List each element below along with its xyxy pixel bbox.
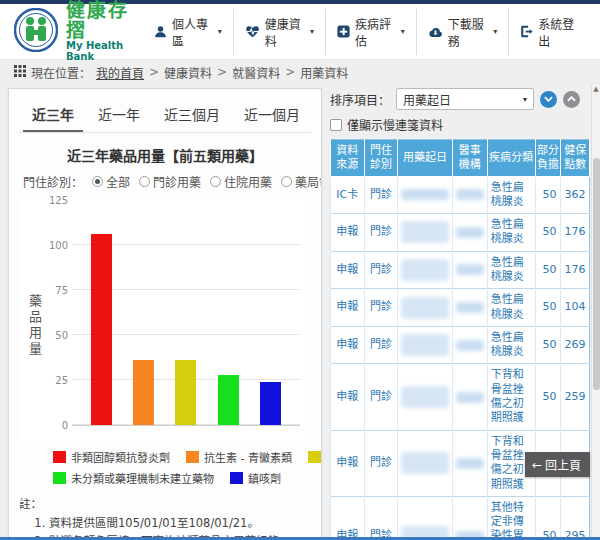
legend-item: 非類固醇類抗發炎劑 (53, 449, 170, 465)
notes-label: 註： (19, 496, 311, 513)
cell-points: 259 (561, 364, 590, 430)
sort-field-select[interactable]: 用藥起日 ▾ (396, 88, 534, 110)
cell-medical-org (452, 251, 487, 289)
tab-last-3-months[interactable]: 近三個月 (155, 99, 229, 132)
app-logo[interactable]: 健康存摺 My Health Bank (14, 1, 143, 63)
table-row[interactable]: 申報門診急性扁桃腺炎50104 (331, 289, 590, 327)
cell-visit-type: 門診 (364, 326, 398, 364)
col-disease[interactable]: 疾病分類 (487, 140, 535, 177)
tab-last-1-year[interactable]: 近一年 (89, 99, 149, 132)
radio-all[interactable]: 全部 (92, 173, 130, 190)
radio-outpatient[interactable]: 門診用藥 (139, 173, 201, 190)
col-medical-org[interactable]: 醫事機構 (452, 140, 487, 177)
sort-selected-value: 用藥起日 (403, 91, 451, 108)
cell-start-date (398, 251, 452, 289)
legend-item: 抗生素 - 青黴素類 (186, 449, 292, 465)
radio-pharmacy[interactable]: 藥局領藥 (281, 173, 322, 190)
heart-pulse-icon (245, 25, 260, 38)
caret-down-icon: ▾ (310, 27, 314, 36)
caret-down-icon: ▾ (218, 27, 222, 36)
app-header: 健康存摺 My Health Bank 個人專區 ▾ 健康資料 ▾ 疾病評估 ▾ (0, 4, 600, 60)
y-axis-label: 藥品用量 (25, 294, 44, 358)
medication-table: 資料來源 門住診別 用藥起日 醫事機構 疾病分類 部分負擔 健保點數 IC卡門診… (330, 139, 590, 540)
col-start-date[interactable]: 用藥起日 (398, 140, 452, 177)
cell-copay: 50 (535, 251, 561, 289)
bar-1[interactable] (133, 360, 154, 425)
cell-points: 295 (561, 496, 590, 540)
cloud-download-icon (428, 26, 443, 38)
scroll-up-arrow[interactable]: ▲ (592, 85, 600, 93)
main-nav: 個人專區 ▾ 健康資料 ▾ 疾病評估 ▾ 下載服務 ▾ (143, 9, 590, 55)
cell-source: 申報 (331, 364, 365, 430)
nav-label: 個人專區 (172, 15, 212, 49)
nav-health-data[interactable]: 健康資料 ▾ (233, 9, 325, 55)
table-row[interactable]: 申報門診其他特定非傳染性胃腸炎及結腸炎50295 (331, 496, 590, 540)
cell-points: 104 (561, 289, 590, 327)
nav-personal-area[interactable]: 個人專區 ▾ (143, 9, 233, 55)
cell-start-date (398, 496, 452, 540)
col-copay[interactable]: 部分負擔 (535, 140, 561, 177)
breadcrumb: 現在位置： 我的首頁 > 健康資料 > 就醫資料 > 用藥資料 (0, 60, 600, 84)
cell-disease: 下背和骨盆挫傷之初期照護 (487, 364, 535, 430)
nav-download-service[interactable]: 下載服務 ▾ (416, 9, 508, 55)
col-points[interactable]: 健保點數 (561, 140, 590, 177)
left-arrow-icon: ← (532, 458, 542, 472)
bar-chart: 藥品用量 0255075100125 (21, 200, 311, 443)
radio-inpatient[interactable]: 住院用藥 (210, 173, 272, 190)
tab-last-1-month[interactable]: 近一個月 (235, 99, 309, 132)
breadcrumb-home-link[interactable]: 我的首頁 (96, 64, 144, 81)
table-row[interactable]: 申報門診急性扁桃腺炎50176 (331, 214, 590, 252)
back-button[interactable]: ← 回上頁 (525, 452, 590, 477)
breadcrumb-item[interactable]: 健康資料 (164, 64, 212, 81)
legend-swatch (186, 451, 199, 463)
nav-logout[interactable]: 系統登出 (508, 9, 590, 55)
cell-visit-type: 門診 (364, 364, 398, 430)
nav-label: 健康資料 (265, 15, 304, 49)
radio-icon (281, 176, 292, 187)
bar-0[interactable] (91, 234, 112, 425)
user-icon (154, 25, 167, 38)
table-row[interactable]: 申報門診急性扁桃腺炎50269 (331, 326, 590, 364)
nav-disease-assessment[interactable]: 疾病評估 ▾ (325, 9, 416, 55)
checkbox-icon[interactable] (330, 119, 342, 131)
breadcrumb-prefix: 現在位置： (31, 64, 91, 81)
chart-bars (72, 200, 300, 425)
table-row[interactable]: 申報門診急性扁桃腺炎50176 (331, 251, 590, 289)
cell-source: 申報 (331, 326, 365, 364)
col-source[interactable]: 資料來源 (331, 140, 365, 177)
cell-source: 申報 (331, 289, 365, 327)
y-tick-label: 25 (55, 375, 68, 386)
cell-disease: 急性扁桃腺炎 (487, 326, 535, 364)
cell-disease: 急性扁桃腺炎 (487, 214, 535, 252)
sort-descending-button[interactable] (540, 91, 557, 108)
scrollbar-thumb[interactable] (593, 158, 600, 390)
radio-icon (210, 176, 221, 187)
redacted-text (456, 189, 484, 200)
cell-disease: 急性扁桃腺炎 (487, 251, 535, 289)
table-row[interactable]: IC卡門診急性扁桃腺炎50362 (331, 176, 590, 214)
note-item: 資料提供區間105/01/01至108/01/21。 (49, 515, 311, 532)
y-tick-label: 75 (55, 285, 68, 296)
visit-type-filter: 門住診別： 全部 門診用藥 住院用藥 藥局領藥 (19, 173, 311, 190)
redacted-text (401, 189, 448, 200)
sort-ascending-button[interactable] (563, 91, 580, 108)
cell-copay: 50 (535, 289, 561, 327)
cell-start-date (398, 214, 452, 252)
legend-item: 未分類或藥理機制未建立藥物 (53, 470, 214, 486)
table-row[interactable]: 申報門診下背和骨盆挫傷之初期照護50259 (331, 364, 590, 430)
bar-3[interactable] (218, 375, 239, 425)
bar-2[interactable] (175, 360, 196, 425)
health-bank-logo-icon (14, 8, 58, 56)
bar-4[interactable] (260, 382, 281, 425)
tab-last-3-years[interactable]: 近三年 (23, 99, 83, 132)
y-tick-label: 125 (49, 195, 68, 206)
breadcrumb-item[interactable]: 就醫資料 (232, 64, 280, 81)
caret-down-icon: ▾ (493, 27, 497, 36)
breadcrumb-separator: > (285, 65, 295, 79)
col-visit-type[interactable]: 門住診別 (364, 140, 398, 177)
page-scrollbar[interactable]: ▲ (591, 84, 600, 537)
redacted-text (401, 297, 448, 319)
cell-source: 申報 (331, 496, 365, 540)
cell-start-date (398, 364, 452, 430)
filter-label: 門住診別： (23, 173, 83, 190)
